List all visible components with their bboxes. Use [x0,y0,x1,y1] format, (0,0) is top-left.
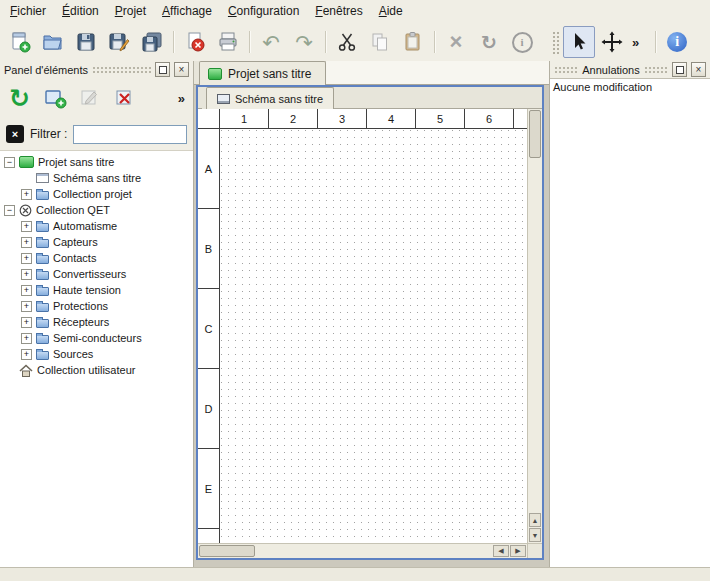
expand-icon[interactable]: + [21,253,32,264]
expand-icon[interactable]: + [21,189,32,200]
delete-element-button[interactable] [111,85,138,112]
tree-item-recepteurs[interactable]: + Récepteurs [0,314,193,330]
delete-element-icon [113,86,137,110]
tab-projet-sans-titre[interactable]: Projet sans titre [199,61,326,85]
float-panel-button[interactable] [672,62,687,77]
menu-aide[interactable]: Aide [371,0,411,23]
edit-element-button[interactable] [76,85,103,112]
scrollbar-corner [527,543,542,558]
undo-empty-item[interactable]: Aucune modification [550,79,710,95]
delete-button[interactable]: × [440,26,472,58]
row-header: A [198,129,220,209]
expand-icon[interactable]: + [21,317,32,328]
visualisation-mode-button[interactable] [596,26,628,58]
tree-item-automatisme[interactable]: + Automatisme [0,218,193,234]
clear-filter-button[interactable]: × [6,125,24,143]
dock-drag-handle[interactable] [644,66,668,74]
schema-drawing-canvas[interactable] [221,130,527,543]
rotate-button[interactable]: ↻ [473,26,505,58]
selection-mode-button[interactable] [563,26,595,58]
float-panel-button[interactable] [155,62,170,77]
horizontal-scrollbar[interactable]: ◀ ▶ [198,543,527,558]
toolbar-separator [169,29,178,55]
folder-icon [36,287,49,296]
vertical-scrollbar-buttons: ▲ ▼ [528,512,542,542]
filter-input[interactable] [73,125,187,144]
toolbar-grip[interactable] [551,30,559,54]
tree-item-collection-projet[interactable]: + Collection projet [0,186,193,202]
menu-configuration[interactable]: Configuration [220,0,307,23]
tree-item-label: Haute tension [53,284,121,296]
close-file-button[interactable] [179,26,211,58]
expand-icon[interactable]: + [21,349,32,360]
down-arrow-icon: ▼ [532,532,539,539]
menu-fenetres[interactable]: Fenêtres [307,0,370,23]
collapse-icon[interactable]: − [4,157,15,168]
folder-icon [36,239,49,248]
new-document-button[interactable] [4,26,36,58]
tree-item-semi-conducteurs[interactable]: + Semi-conducteurs [0,330,193,346]
expand-icon[interactable]: + [21,301,32,312]
copy-button[interactable] [364,26,396,58]
tree-item-label: Récepteurs [53,316,109,328]
tree-item-projet-sans-titre[interactable]: − Projet sans titre [0,154,193,170]
tree-item-capteurs[interactable]: + Capteurs [0,234,193,250]
menu-projet[interactable]: Projet [107,0,154,23]
tree-item-haute-tension[interactable]: + Haute tension [0,282,193,298]
save-button[interactable] [70,26,102,58]
undo-button[interactable]: ↶ [255,26,287,58]
cut-button[interactable] [331,26,363,58]
column-header: 4 [367,109,416,129]
paste-button[interactable] [397,26,429,58]
open-file-button[interactable] [37,26,69,58]
tree-item-contacts[interactable]: + Contacts [0,250,193,266]
toolbar-overflow-button[interactable]: » [629,35,642,50]
folder-icon [36,319,49,328]
save-as-button[interactable] [103,26,135,58]
status-bar [0,567,710,581]
row-headers: A B C D E [198,129,220,543]
collapse-icon[interactable]: − [4,205,15,216]
tree-item-protections[interactable]: + Protections [0,298,193,314]
about-button[interactable]: i [661,26,693,58]
up-arrow-icon: ▲ [532,517,539,524]
scroll-right-button[interactable]: ▶ [510,545,526,557]
menu-edition[interactable]: Édition [54,0,107,23]
redo-button[interactable]: ↷ [288,26,320,58]
vertical-scrollbar[interactable]: ▲ ▼ [527,109,542,543]
menu-fichier[interactable]: Fichier [2,0,54,23]
vertical-scrollbar-thumb[interactable] [529,110,541,158]
close-panel-button[interactable]: × [691,62,706,77]
expand-icon[interactable]: + [21,269,32,280]
folder-icon [36,303,49,312]
tree-item-label: Automatisme [53,220,117,232]
tree-item-convertisseurs[interactable]: + Convertisseurs [0,266,193,282]
menu-affichage[interactable]: Affichage [154,0,220,23]
elements-panel: Panel d'éléments × ↻ » × Filtrer : [0,61,194,567]
tree-item-sources[interactable]: + Sources [0,346,193,362]
reload-collections-button[interactable]: ↻ [6,85,33,112]
tree-item-collection-qet[interactable]: − Collection QET [0,202,193,218]
panel-toolbar-overflow-button[interactable]: » [178,91,187,106]
tree-item-schema-sans-titre[interactable]: Schéma sans titre [0,170,193,186]
expand-icon[interactable]: + [21,221,32,232]
tree-item-collection-utilisateur[interactable]: Collection utilisateur [0,362,193,378]
close-panel-button[interactable]: × [174,62,189,77]
menu-bar: Fichier Édition Projet Affichage Configu… [0,0,710,23]
dock-drag-handle[interactable] [92,66,151,74]
print-button[interactable] [212,26,244,58]
expand-icon[interactable]: + [21,237,32,248]
expand-icon[interactable]: + [21,285,32,296]
scroll-down-button[interactable]: ▼ [529,528,541,542]
element-information-button[interactable]: i [506,26,538,58]
scroll-up-button[interactable]: ▲ [529,513,541,527]
expand-icon[interactable]: + [21,333,32,344]
tab-schema-sans-titre[interactable]: Schéma sans titre [206,87,334,109]
new-element-button[interactable] [41,85,68,112]
horizontal-scrollbar-thumb[interactable] [199,545,255,557]
schema-tab-label: Schéma sans titre [235,93,323,105]
dock-drag-handle[interactable] [554,66,578,74]
undo-history-list[interactable]: Aucune modification [550,78,710,567]
scroll-left-button[interactable]: ◀ [493,545,509,557]
save-all-button[interactable] [136,26,168,58]
